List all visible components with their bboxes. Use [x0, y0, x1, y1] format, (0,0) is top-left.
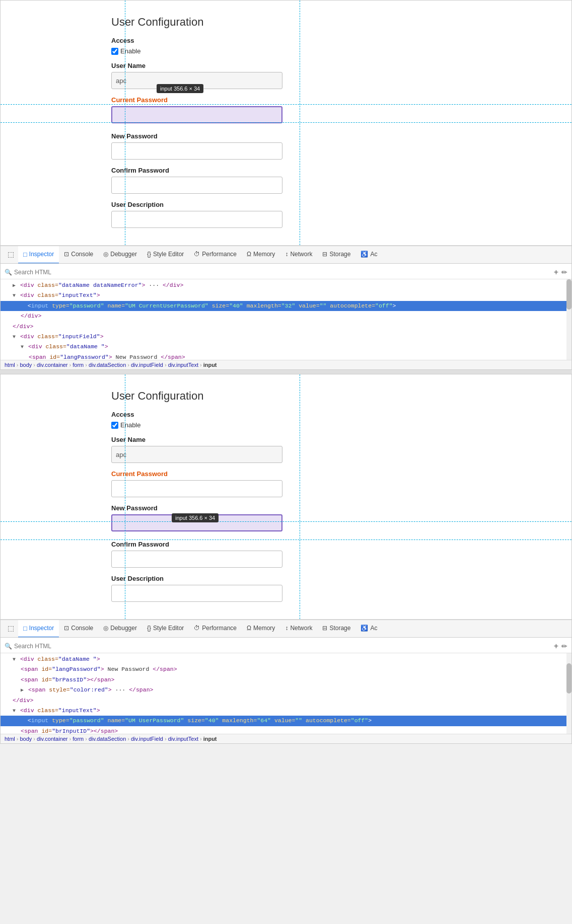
tab-performance-1[interactable]: ⏱ Performance: [189, 246, 242, 264]
tab-responsive-2[interactable]: ⬚: [4, 620, 18, 638]
confirm-password-input-1[interactable]: [111, 177, 282, 194]
add-node-button-2[interactable]: +: [554, 642, 558, 651]
search-actions-2: + ✏: [554, 642, 567, 651]
html-lines-2: <div class="dataName "> <span id="langPa…: [1, 653, 571, 734]
breadcrumb-1: html › body › div.container › form › div…: [1, 360, 571, 369]
bc-body-2[interactable]: body: [20, 736, 32, 742]
user-description-input-2[interactable]: [111, 585, 282, 602]
bc-container-1[interactable]: div.container: [37, 362, 68, 368]
search-input-2[interactable]: [14, 643, 552, 650]
user-description-label-2: User Description: [111, 575, 551, 582]
access-label-1: Access: [111, 37, 551, 44]
tab-style-editor-1[interactable]: {} Style Editor: [142, 246, 189, 264]
dashed-line-v2-left: [125, 374, 125, 619]
scrollbar-thumb-2[interactable]: [566, 663, 571, 694]
bc-inputtext-1[interactable]: div.inputText: [168, 362, 198, 368]
triangle-1-6[interactable]: [21, 344, 24, 350]
tab-inspector-2[interactable]: □ Inspector: [18, 620, 59, 638]
triangle-1-2[interactable]: [13, 293, 16, 298]
dashed-line-h1-bottom: [1, 122, 571, 123]
username-input-2[interactable]: [111, 446, 282, 463]
triangle-2-1[interactable]: [13, 657, 16, 662]
html-line-2-selected[interactable]: <input type="password" name="UM UserPass…: [1, 716, 571, 726]
webpage-area-2: User Configuration Access Enable User Na…: [1, 374, 571, 620]
search-bar-2: 🔍 + ✏: [1, 640, 571, 653]
bc-inputtext-2[interactable]: div.inputText: [168, 736, 198, 742]
tab-performance-2[interactable]: ⏱ Performance: [189, 620, 242, 638]
devtools-toolbar-1: ⬚ □ Inspector ⊡ Console ◎ Debugger {} St…: [1, 246, 571, 264]
bc-html-2[interactable]: html: [5, 736, 15, 742]
new-password-label-2: New Password: [111, 504, 551, 512]
bc-html-1[interactable]: html: [5, 362, 15, 368]
bc-datasection-1[interactable]: div.dataSection: [89, 362, 126, 368]
memory-label-2: Memory: [253, 625, 275, 632]
tab-style-editor-2[interactable]: {} Style Editor: [142, 620, 189, 638]
bc-inputfield-1[interactable]: div.inputField: [131, 362, 163, 368]
search-icon-1: 🔍: [5, 269, 12, 276]
tab-memory-1[interactable]: Ω Memory: [242, 246, 280, 264]
html-line-1-2: <div class="inputText">: [1, 290, 571, 300]
confirm-password-label-2: Confirm Password: [111, 541, 551, 548]
dashed-line-h2-bottom: [1, 540, 571, 540]
bc-inputfield-2[interactable]: div.inputField: [131, 736, 163, 742]
html-line-2-5: </div>: [1, 696, 571, 706]
tab-memory-2[interactable]: Ω Memory: [242, 620, 280, 638]
screenshot-container: User Configuration Access Enable User Na…: [0, 0, 572, 744]
add-node-button-1[interactable]: +: [554, 268, 558, 277]
tab-responsive-1[interactable]: ⬚: [4, 246, 18, 264]
bc-datasection-2[interactable]: div.dataSection: [89, 736, 126, 742]
bc-input-2[interactable]: input: [203, 736, 217, 742]
html-line-2-3: <span id="brPassID"></span>: [1, 675, 571, 685]
tab-console-1[interactable]: ⊡ Console: [59, 246, 98, 264]
tab-console-2[interactable]: ⊡ Console: [59, 620, 98, 638]
bc-container-2[interactable]: div.container: [37, 736, 68, 742]
tab-accessibility-2[interactable]: ♿ Ac: [355, 620, 382, 638]
new-password-input-1[interactable]: [111, 142, 282, 160]
confirm-password-label-1: Confirm Password: [111, 167, 551, 174]
user-description-field-2: User Description: [111, 575, 551, 602]
triangle-2-4[interactable]: [21, 687, 24, 693]
tab-storage-2[interactable]: ⊟ Storage: [317, 620, 355, 638]
screenshot-button-2[interactable]: ✏: [561, 642, 567, 650]
enable-checkbox-2[interactable]: [111, 422, 118, 429]
bc-body-1[interactable]: body: [20, 362, 32, 368]
accessibility-icon-1: ♿: [361, 251, 368, 258]
panel-2: User Configuration Access Enable User Na…: [0, 374, 572, 744]
tab-inspector-1[interactable]: □ Inspector: [18, 246, 59, 264]
confirm-password-input-2[interactable]: [111, 551, 282, 568]
current-password-input-1[interactable]: [111, 106, 282, 123]
html-line-1-selected[interactable]: <input type="password" name="UM CurrentU…: [1, 301, 571, 311]
current-password-label-1: Current Password: [111, 96, 551, 104]
tab-storage-1[interactable]: ⊟ Storage: [317, 246, 355, 264]
enable-checkbox-1[interactable]: [111, 48, 118, 55]
performance-icon-2: ⏱: [194, 625, 200, 632]
bc-input-1[interactable]: input: [203, 362, 217, 368]
screenshot-button-1[interactable]: ✏: [561, 268, 567, 276]
inspector-icon-1: □: [23, 251, 27, 258]
bc-form-2[interactable]: form: [73, 736, 84, 742]
console-icon-2: ⊡: [64, 625, 69, 632]
memory-icon-2: Ω: [247, 625, 251, 632]
tab-accessibility-1[interactable]: ♿ Ac: [355, 246, 382, 264]
scrollbar-thumb-1[interactable]: [566, 279, 571, 310]
bc-form-1[interactable]: form: [73, 362, 84, 368]
tab-debugger-1[interactable]: ◎ Debugger: [98, 246, 142, 264]
responsive-icon-1: ⬚: [8, 250, 14, 258]
tab-network-1[interactable]: ↕ Network: [280, 246, 317, 264]
network-label-2: Network: [290, 625, 312, 632]
user-description-field-1: User Description: [111, 201, 551, 228]
tab-network-2[interactable]: ↕ Network: [280, 620, 317, 638]
triangle-1-1[interactable]: [13, 283, 16, 288]
triangle-2-6[interactable]: [13, 708, 16, 714]
user-description-input-1[interactable]: [111, 211, 282, 228]
triangle-1-5[interactable]: [13, 334, 16, 340]
enable-row-1: Enable: [111, 47, 551, 55]
inspector-label-2: Inspector: [29, 625, 54, 632]
tab-debugger-2[interactable]: ◎ Debugger: [98, 620, 142, 638]
current-password-input-2[interactable]: [111, 480, 282, 497]
input-tooltip-1: input 356.6 × 34: [157, 84, 203, 93]
panel-1: User Configuration Access Enable User Na…: [0, 0, 572, 370]
network-label-1: Network: [290, 251, 312, 258]
style-editor-icon-2: {}: [147, 625, 151, 632]
search-input-1[interactable]: [14, 269, 552, 276]
